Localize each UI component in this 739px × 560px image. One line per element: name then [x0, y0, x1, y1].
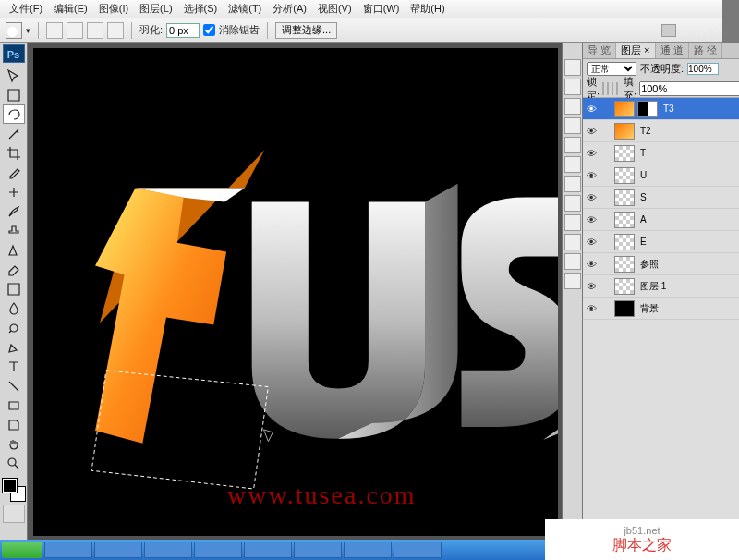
menu-item[interactable]: 编辑(E): [48, 2, 93, 16]
menu-item[interactable]: 帮助(H): [405, 2, 450, 16]
stamp-tool[interactable]: [3, 221, 25, 240]
task-item[interactable]: [244, 542, 292, 558]
layer-row[interactable]: 👁图层 1: [583, 275, 739, 298]
feather-input[interactable]: [166, 23, 200, 38]
menu-item[interactable]: 选择(S): [178, 2, 224, 16]
visibility-icon[interactable]: 👁: [583, 126, 600, 137]
layer-thumb[interactable]: [614, 212, 635, 228]
layer-row[interactable]: 👁T2: [583, 120, 739, 142]
layer-thumb[interactable]: [614, 300, 635, 317]
subtract-selection-button[interactable]: [87, 22, 103, 39]
task-item[interactable]: [344, 542, 392, 558]
menu-item[interactable]: 图像(I): [93, 2, 134, 16]
ps-logo-icon[interactable]: Ps: [3, 44, 25, 63]
lock-transparency-button[interactable]: [602, 82, 604, 95]
visibility-icon[interactable]: 👁: [583, 170, 600, 181]
history-tool[interactable]: [3, 240, 25, 260]
task-item[interactable]: [294, 542, 342, 558]
lasso-tool[interactable]: [3, 104, 25, 124]
gradient-tool[interactable]: [3, 279, 25, 298]
task-item[interactable]: [94, 542, 142, 558]
task-item[interactable]: [44, 542, 92, 558]
windows-taskbar[interactable]: [0, 540, 545, 560]
workspace-menu[interactable]: 工作区 ▾: [680, 24, 719, 38]
antialias-checkbox[interactable]: [203, 24, 215, 36]
task-item[interactable]: [394, 542, 442, 558]
quick-mask-button[interactable]: [3, 505, 25, 523]
lock-pixels-button[interactable]: [607, 82, 609, 95]
actions-panel-icon[interactable]: [564, 137, 581, 153]
task-item[interactable]: [194, 542, 242, 558]
brushes-panel-icon[interactable]: [564, 195, 581, 212]
mask-thumb[interactable]: [637, 101, 658, 117]
panel-tab[interactable]: 图层 ×: [616, 43, 655, 58]
panel-tab[interactable]: 路 径: [689, 43, 722, 58]
notes-tool[interactable]: [3, 415, 25, 434]
nav-panel-icon[interactable]: [564, 59, 581, 76]
visibility-icon[interactable]: 👁: [583, 281, 600, 292]
layer-thumb[interactable]: [614, 278, 635, 295]
layer-thumb[interactable]: [614, 167, 635, 184]
lock-all-button[interactable]: [616, 82, 618, 95]
color-swatch[interactable]: [3, 479, 25, 501]
opacity-input[interactable]: [687, 63, 719, 75]
eyedrop-tool[interactable]: [3, 163, 25, 182]
rect-tool[interactable]: [3, 396, 25, 415]
add-selection-button[interactable]: [67, 22, 83, 39]
refine-edge-button[interactable]: 调整边缘...: [275, 22, 337, 39]
menu-item[interactable]: 图层(L): [134, 2, 177, 16]
path-tool[interactable]: [3, 376, 25, 396]
pen-tool[interactable]: [3, 337, 25, 357]
layer-row[interactable]: 👁A: [583, 209, 739, 231]
zoom-tool[interactable]: [3, 454, 25, 473]
tool-preset-dropdown[interactable]: ▾: [26, 26, 30, 35]
move-tool[interactable]: [3, 66, 25, 85]
fill-input[interactable]: [639, 81, 739, 96]
layer-thumb[interactable]: [614, 256, 635, 273]
layer-row[interactable]: 👁T: [583, 142, 739, 164]
visibility-icon[interactable]: 👁: [583, 192, 600, 203]
styles-panel-icon[interactable]: [564, 234, 581, 250]
layer-thumb[interactable]: [614, 234, 635, 250]
type-tool[interactable]: [3, 357, 25, 376]
marquee-tool[interactable]: [3, 85, 25, 104]
history-panel-icon[interactable]: [564, 117, 581, 134]
menu-item[interactable]: 分析(A): [267, 2, 312, 16]
char-panel-icon[interactable]: [564, 156, 581, 173]
task-item[interactable]: [144, 542, 192, 558]
layer-row[interactable]: 👁参照: [583, 253, 739, 275]
lasso-icon[interactable]: [6, 22, 22, 39]
visibility-icon[interactable]: 👁: [583, 237, 600, 248]
menu-item[interactable]: 文件(F): [4, 2, 48, 16]
fg-color[interactable]: [3, 479, 17, 493]
visibility-icon[interactable]: 👁: [583, 214, 600, 225]
screen-mode-icon[interactable]: [661, 24, 676, 37]
color-panel-icon[interactable]: [564, 79, 581, 95]
visibility-icon[interactable]: 👁: [583, 103, 600, 115]
layer-row[interactable]: 👁E: [583, 231, 739, 253]
layer-thumb[interactable]: [614, 123, 635, 140]
dodge-tool[interactable]: [3, 318, 25, 337]
brush-tool[interactable]: [3, 201, 25, 221]
document-canvas[interactable]: www.tusea.com: [33, 48, 558, 536]
new-selection-button[interactable]: [46, 22, 63, 39]
swatches-panel-icon[interactable]: [564, 98, 581, 115]
panel-tab[interactable]: 通 道: [656, 43, 689, 58]
layer-row[interactable]: 👁T3: [583, 98, 739, 120]
palette-panel-icon[interactable]: [564, 253, 581, 270]
para-panel-icon[interactable]: [564, 176, 581, 192]
visibility-icon[interactable]: 👁: [583, 303, 600, 314]
lock-position-button[interactable]: [612, 82, 613, 95]
visibility-icon[interactable]: 👁: [583, 148, 600, 159]
layer-row[interactable]: 👁S: [583, 187, 739, 209]
layer-row[interactable]: 👁背景: [583, 298, 739, 320]
menu-item[interactable]: 滤镜(T): [223, 2, 267, 16]
hand-tool[interactable]: [3, 434, 25, 454]
crop-tool[interactable]: [3, 143, 25, 163]
start-button[interactable]: [2, 542, 42, 558]
menu-item[interactable]: 窗口(W): [357, 2, 406, 16]
intersect-selection-button[interactable]: [107, 22, 124, 39]
layer-thumb[interactable]: [614, 145, 635, 162]
layer-thumb[interactable]: [614, 101, 635, 117]
panel-tab[interactable]: 导 览: [583, 43, 616, 58]
